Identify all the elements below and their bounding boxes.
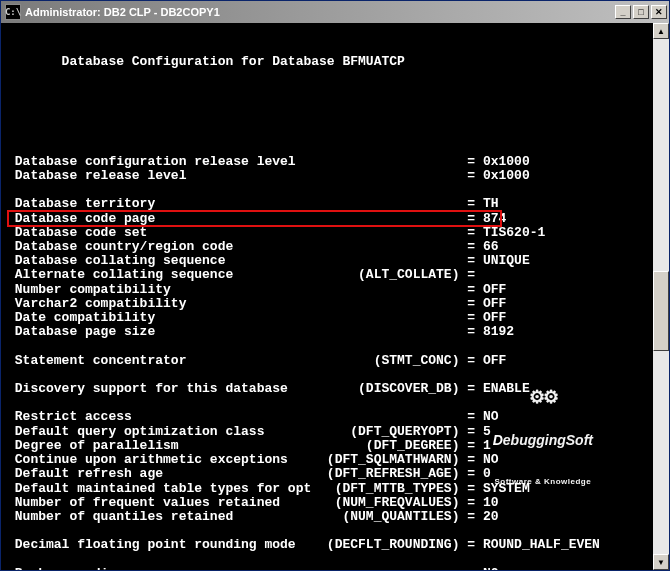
- config-row: Varchar2 compatibility = OFF: [7, 297, 653, 311]
- blank-line: [7, 98, 653, 112]
- config-row: Alternate collating sequence (ALT_COLLAT…: [7, 268, 653, 282]
- app-icon: C:\: [5, 4, 21, 20]
- config-row: Number of quantiles retained (NUM_QUANTI…: [7, 510, 653, 524]
- config-row: Number of frequent values retained (NUM_…: [7, 496, 653, 510]
- config-row: Database code set = TIS620-1: [7, 226, 653, 240]
- scroll-up-button[interactable]: ▲: [653, 23, 669, 39]
- config-row: Database configuration release level = 0…: [7, 155, 653, 169]
- maximize-button[interactable]: □: [633, 5, 649, 19]
- config-header: Database Configuration for Database BFMU…: [7, 55, 653, 69]
- config-row: Date compatibility = OFF: [7, 311, 653, 325]
- minimize-button[interactable]: _: [615, 5, 631, 19]
- config-row: Continue upon arithmetic exceptions (DFT…: [7, 453, 653, 467]
- terminal-output: Database Configuration for Database BFMU…: [1, 23, 653, 570]
- config-row: Database code page = 874: [7, 212, 653, 226]
- blank-line: [7, 524, 653, 538]
- config-row: Database release level = 0x1000: [7, 169, 653, 183]
- config-row: Decimal floating point rounding mode (DE…: [7, 538, 653, 552]
- config-row: Degree of parallelism (DFT_DEGREE) = 1: [7, 439, 653, 453]
- config-row: Backup pending = NO: [7, 567, 653, 570]
- scroll-thumb[interactable]: [653, 271, 669, 351]
- config-row: Database collating sequence = UNIQUE: [7, 254, 653, 268]
- titlebar[interactable]: C:\ Administrator: DB2 CLP - DB2COPY1 _ …: [1, 1, 669, 23]
- app-window: C:\ Administrator: DB2 CLP - DB2COPY1 _ …: [0, 0, 670, 571]
- blank-line: [7, 368, 653, 382]
- client-area: Database Configuration for Database BFMU…: [1, 23, 669, 570]
- scroll-down-button[interactable]: ▼: [653, 554, 669, 570]
- blank-line: [7, 553, 653, 567]
- close-button[interactable]: ✕: [651, 5, 667, 19]
- vertical-scrollbar[interactable]: ▲ ▼: [653, 23, 669, 570]
- config-row: Number compatibility = OFF: [7, 283, 653, 297]
- config-row: Discovery support for this database (DIS…: [7, 382, 653, 396]
- config-row: Default maintained table types for opt (…: [7, 482, 653, 496]
- config-row: Database territory = TH: [7, 197, 653, 211]
- window-title: Administrator: DB2 CLP - DB2COPY1: [25, 6, 615, 18]
- window-controls: _ □ ✕: [615, 5, 667, 19]
- config-row: Database page size = 8192: [7, 325, 653, 339]
- blank-line: [7, 339, 653, 353]
- config-row: Restrict access = NO: [7, 410, 653, 424]
- scroll-track[interactable]: [653, 39, 669, 554]
- config-row: Database country/region code = 66: [7, 240, 653, 254]
- config-row: Statement concentrator (STMT_CONC) = OFF: [7, 354, 653, 368]
- config-row: Default query optimization class (DFT_QU…: [7, 425, 653, 439]
- blank-line: [7, 183, 653, 197]
- blank-line: [7, 396, 653, 410]
- config-row: Default refresh age (DFT_REFRESH_AGE) = …: [7, 467, 653, 481]
